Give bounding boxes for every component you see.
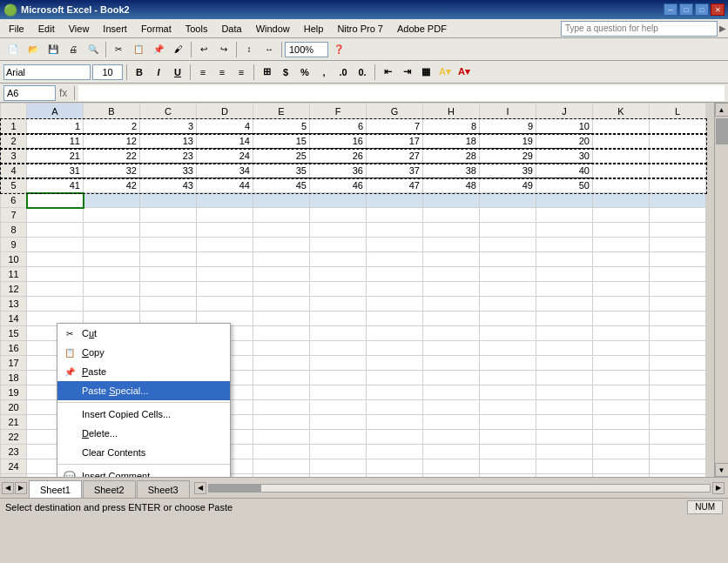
table-cell[interactable]	[253, 252, 310, 267]
table-cell[interactable]: 3	[140, 119, 197, 134]
table-cell[interactable]: 21	[27, 149, 84, 164]
table-cell[interactable]	[650, 164, 706, 178]
table-cell[interactable]: 36	[310, 164, 367, 178]
table-cell[interactable]	[423, 341, 480, 356]
table-cell[interactable]: 27	[367, 149, 423, 164]
col-header-h[interactable]: H	[423, 104, 480, 119]
table-cell[interactable]	[253, 312, 310, 326]
table-cell[interactable]	[367, 267, 423, 282]
table-cell[interactable]	[650, 297, 706, 312]
table-cell[interactable]	[197, 208, 253, 223]
row-number[interactable]: 4	[1, 164, 27, 178]
row-number[interactable]: 6	[1, 193, 27, 208]
table-cell[interactable]	[423, 267, 480, 282]
table-cell[interactable]	[480, 430, 536, 445]
restore-button[interactable]: □	[695, 3, 709, 16]
row-number[interactable]: 14	[1, 312, 27, 326]
table-cell[interactable]	[650, 474, 706, 478]
table-cell[interactable]	[310, 208, 367, 223]
table-cell[interactable]: 25	[253, 149, 310, 164]
table-cell[interactable]	[480, 312, 536, 326]
row-number[interactable]: 19	[1, 385, 27, 400]
table-cell[interactable]	[310, 430, 367, 445]
border-button[interactable]: ▦	[417, 64, 435, 81]
table-cell[interactable]	[140, 193, 197, 208]
table-cell[interactable]	[423, 297, 480, 312]
table-cell[interactable]	[536, 341, 593, 356]
menu-item-edit[interactable]: Edit	[31, 19, 62, 37]
table-cell[interactable]	[423, 238, 480, 252]
table-cell[interactable]	[650, 400, 706, 415]
table-cell[interactable]	[197, 297, 253, 312]
table-cell[interactable]	[423, 356, 480, 371]
table-cell[interactable]	[593, 164, 650, 178]
table-cell[interactable]	[253, 474, 310, 478]
scroll-up-button[interactable]: ▲	[715, 103, 729, 117]
table-cell[interactable]	[423, 208, 480, 223]
row-number[interactable]: 8	[1, 223, 27, 238]
indent-increase-button[interactable]: ⇥	[398, 64, 415, 81]
table-cell[interactable]	[310, 312, 367, 326]
table-cell[interactable]: 12	[84, 134, 140, 149]
formula-input[interactable]	[78, 85, 725, 101]
table-cell[interactable]: 34	[197, 164, 253, 178]
table-cell[interactable]	[27, 193, 84, 208]
table-cell[interactable]	[423, 445, 480, 459]
currency-button[interactable]: $	[277, 64, 294, 81]
table-cell[interactable]: 41	[27, 178, 84, 193]
table-cell[interactable]	[367, 326, 423, 341]
table-cell[interactable]: 49	[480, 178, 536, 193]
menu-item-adobe[interactable]: Adobe PDF	[390, 19, 454, 37]
col-header-d[interactable]: D	[197, 104, 253, 119]
menu-item-insert[interactable]: Insert	[96, 19, 134, 37]
table-cell[interactable]	[650, 430, 706, 445]
row-number[interactable]: 18	[1, 371, 27, 385]
col-header-i[interactable]: I	[480, 104, 536, 119]
table-cell[interactable]: 42	[84, 178, 140, 193]
row-number[interactable]: 10	[1, 252, 27, 267]
menu-item-file[interactable]: File	[2, 19, 31, 37]
align-left-button[interactable]: ≡	[194, 64, 212, 81]
table-cell[interactable]	[480, 400, 536, 415]
decrease-decimal-button[interactable]: 0.	[354, 64, 371, 81]
table-cell[interactable]: 1	[27, 119, 84, 134]
table-cell[interactable]	[480, 371, 536, 385]
close-button[interactable]: ✕	[711, 3, 725, 16]
table-cell[interactable]	[367, 385, 423, 400]
table-cell[interactable]	[253, 267, 310, 282]
table-cell[interactable]	[310, 400, 367, 415]
table-cell[interactable]	[536, 430, 593, 445]
row-number[interactable]: 15	[1, 326, 27, 341]
table-cell[interactable]	[84, 193, 140, 208]
table-cell[interactable]	[423, 385, 480, 400]
hscroll-track[interactable]	[208, 484, 711, 493]
table-cell[interactable]	[367, 430, 423, 445]
table-cell[interactable]	[84, 252, 140, 267]
bold-button[interactable]: B	[131, 64, 148, 81]
hscroll-left[interactable]: ◀	[194, 482, 206, 494]
table-cell[interactable]: 23	[140, 149, 197, 164]
tab-sheet1[interactable]: Sheet1	[29, 480, 82, 498]
table-cell[interactable]	[197, 267, 253, 282]
table-cell[interactable]	[593, 223, 650, 238]
font-size-select[interactable]	[92, 64, 123, 80]
table-cell[interactable]	[27, 208, 84, 223]
table-cell[interactable]	[650, 134, 706, 149]
table-cell[interactable]	[480, 297, 536, 312]
hscroll-right[interactable]: ▶	[712, 482, 725, 494]
table-cell[interactable]: 29	[480, 149, 536, 164]
table-cell[interactable]	[253, 193, 310, 208]
col-header-j[interactable]: J	[536, 104, 593, 119]
table-cell[interactable]: 26	[310, 149, 367, 164]
tab-scroll-left[interactable]: ◀	[2, 482, 14, 494]
sort-desc-button[interactable]: ↔	[260, 40, 279, 59]
table-cell[interactable]	[310, 385, 367, 400]
table-cell[interactable]	[310, 474, 367, 478]
table-cell[interactable]: 14	[197, 134, 253, 149]
table-cell[interactable]	[593, 134, 650, 149]
tab-scroll-right[interactable]: ▶	[15, 482, 27, 494]
table-cell[interactable]	[480, 385, 536, 400]
menu-item-format[interactable]: Format	[134, 19, 179, 37]
table-cell[interactable]	[367, 252, 423, 267]
table-cell[interactable]	[593, 356, 650, 371]
